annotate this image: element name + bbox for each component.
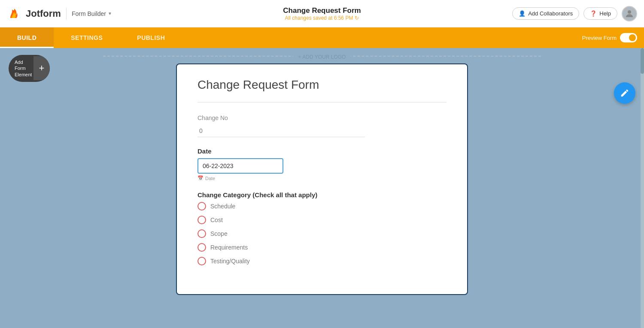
pencil-icon xyxy=(620,88,629,98)
change-category-label: Change Category (Check all that apply) xyxy=(197,191,447,199)
radio-requirements[interactable] xyxy=(197,243,206,252)
header-right: 👤 Add Collaborators ❓ Help xyxy=(512,6,637,21)
change-no-input[interactable] xyxy=(197,125,365,137)
radio-schedule[interactable] xyxy=(197,202,206,211)
change-no-field: Change No xyxy=(197,114,447,137)
add-logo-strip: + ADD YOUR LOGO xyxy=(0,48,644,63)
add-form-element-button[interactable]: Add Form Element + xyxy=(9,55,50,82)
date-label: Date xyxy=(197,147,447,155)
change-category-field: Change Category (Check all that apply) S… xyxy=(197,191,447,265)
help-button[interactable]: ❓ Help xyxy=(583,7,617,20)
add-collaborators-button[interactable]: 👤 Add Collaborators xyxy=(512,7,579,20)
tab-publish[interactable]: PUBLISH xyxy=(120,27,182,48)
list-item: Schedule xyxy=(197,202,447,211)
header-divider xyxy=(66,8,67,20)
avatar[interactable] xyxy=(622,6,637,21)
form-divider xyxy=(197,102,447,102)
change-no-label: Change No xyxy=(197,114,447,121)
form-title: Change Request Form xyxy=(197,78,447,92)
form-builder-button[interactable]: Form Builder ▼ xyxy=(72,10,112,17)
person-icon: 👤 xyxy=(519,10,526,17)
add-element-text: Add Form Element xyxy=(9,55,33,82)
radio-cost[interactable] xyxy=(197,216,206,224)
chevron-down-icon: ▼ xyxy=(108,11,112,16)
check-icon: ↻ xyxy=(355,15,359,21)
logo-area: Jotform xyxy=(7,6,61,21)
avatar-icon xyxy=(624,9,635,19)
date-field: Date 📅 Date xyxy=(197,147,447,181)
scrollbar-track[interactable] xyxy=(641,48,644,328)
preview-form-label: Preview Form xyxy=(582,35,617,41)
jotform-logo-icon xyxy=(7,6,22,21)
preview-form-area: Preview Form xyxy=(582,33,637,42)
radio-testing[interactable] xyxy=(197,257,206,265)
date-icon-row: 📅 Date xyxy=(197,175,447,181)
svg-point-1 xyxy=(628,10,631,14)
form-builder-label: Form Builder xyxy=(72,10,106,17)
date-sub-label: Date xyxy=(205,176,215,181)
canvas: Add Form Element + + ADD YOUR LOGO Chang… xyxy=(0,48,644,328)
add-logo-label[interactable]: + ADD YOUR LOGO xyxy=(293,54,351,60)
help-label: Help xyxy=(599,10,611,17)
nav-tabs: BUILD SETTINGS PUBLISH xyxy=(0,27,182,48)
form-container: Change Request Form Change No Date 📅 Dat… xyxy=(176,63,468,295)
radio-group: Schedule Cost Scope Requirements Testing… xyxy=(197,202,447,265)
help-icon: ❓ xyxy=(590,10,597,17)
tab-build[interactable]: BUILD xyxy=(0,27,54,48)
radio-scope[interactable] xyxy=(197,229,206,238)
tab-settings[interactable]: SETTINGS xyxy=(54,27,120,48)
date-input[interactable] xyxy=(197,158,283,174)
header: Jotform Form Builder ▼ Change Request Fo… xyxy=(0,0,644,27)
navbar: BUILD SETTINGS PUBLISH Preview Form xyxy=(0,27,644,48)
header-form-title: Change Request Form xyxy=(283,6,361,15)
fab-button[interactable] xyxy=(614,82,635,104)
list-item: Scope xyxy=(197,229,447,238)
calendar-icon: 📅 xyxy=(197,175,204,181)
header-saved-status: All changes saved at 6:56 PM ↻ xyxy=(283,15,361,21)
add-collaborators-label: Add Collaborators xyxy=(528,10,573,17)
logo-text: Jotform xyxy=(26,8,61,19)
list-item: Requirements xyxy=(197,243,447,252)
preview-toggle[interactable] xyxy=(620,33,637,42)
list-item: Cost xyxy=(197,216,447,224)
list-item: Testing/Quality xyxy=(197,257,447,265)
header-center: Change Request Form All changes saved at… xyxy=(283,6,361,21)
